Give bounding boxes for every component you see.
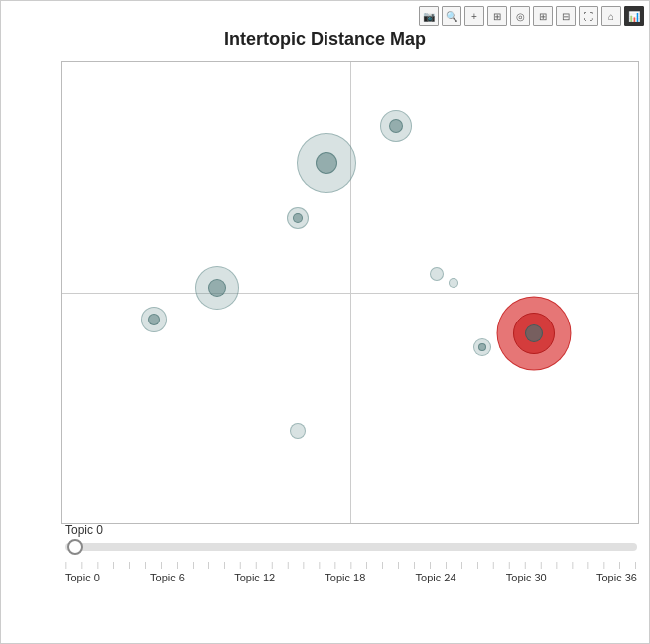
tick-18: | [334, 561, 336, 568]
tick-24: | [430, 561, 432, 568]
bubble-topic-cluster-4-inner [208, 279, 226, 297]
tick-37: | [635, 561, 637, 568]
tick-15: | [287, 561, 289, 568]
add-btn[interactable]: ⊞ [533, 6, 553, 26]
bubble-topic-cluster-1-inner [316, 152, 337, 174]
tick-22: | [398, 561, 400, 568]
axis-label-18: Topic 18 [325, 572, 365, 583]
zoom-btn[interactable]: 🔍 [442, 6, 461, 26]
bubble-topic-cluster-8 [290, 423, 306, 439]
tick-3: | [97, 561, 99, 568]
tick-28: | [492, 561, 494, 568]
tick-31: | [540, 561, 542, 568]
tick-35: | [603, 561, 605, 568]
bubble-topic-cluster-2-inner [389, 119, 403, 133]
chart-title: Intertopic Distance Map [1, 29, 649, 50]
tick-11: | [223, 561, 225, 568]
bubble-topic-cluster-3-inner [293, 213, 303, 223]
bubble-topic-cluster-6b [449, 278, 458, 288]
home-btn[interactable]: ⌂ [601, 6, 621, 26]
tick-8: | [177, 561, 179, 568]
tick-27: | [476, 561, 478, 568]
bubble-topic-cluster-5-inner [148, 314, 160, 325]
axis-label-12: Topic 12 [234, 572, 275, 583]
slider-label: Topic 0 [65, 523, 637, 537]
axis-label-30: Topic 30 [506, 572, 547, 583]
bubble-selected-inner [525, 324, 543, 342]
tick-6: | [145, 561, 147, 568]
axis-label-36: Topic 36 [596, 572, 637, 583]
plus-btn[interactable]: + [464, 6, 484, 26]
tick-2: | [81, 561, 83, 568]
tick-10: | [207, 561, 209, 568]
tick-9: | [193, 561, 195, 568]
tick-17: | [319, 561, 321, 568]
tick-26: | [460, 561, 462, 568]
tick-33: | [572, 561, 574, 568]
axis-label-24: Topic 24 [416, 572, 456, 583]
bar-chart-btn[interactable]: 📊 [624, 6, 644, 26]
remove-btn[interactable]: ⊟ [556, 6, 576, 26]
bubble-topic-cluster-7-inner [478, 343, 486, 351]
axis-label-0: Topic 0 [65, 572, 100, 583]
chart-plot-area [61, 61, 639, 524]
bubble-topic-cluster-6a [430, 267, 444, 281]
v-axis-line [350, 62, 351, 523]
tick-13: | [255, 561, 257, 568]
slider-track[interactable] [65, 543, 637, 551]
box-select-btn[interactable]: ⊞ [487, 6, 507, 26]
lasso-btn[interactable]: ◎ [510, 6, 530, 26]
tick-32: | [556, 561, 558, 568]
slider-thumb[interactable] [67, 539, 83, 555]
tick-29: | [508, 561, 510, 568]
tick-19: | [350, 561, 352, 568]
axis-label-6: Topic 6 [150, 572, 185, 583]
fullscreen-btn[interactable]: ⛶ [579, 6, 598, 26]
chart-container: 📷 🔍 + ⊞ ◎ ⊞ ⊟ ⛶ ⌂ 📊 Intertopic Distance … [0, 0, 650, 644]
tick-4: | [113, 561, 115, 568]
tick-16: | [303, 561, 305, 568]
tick-12: | [239, 561, 241, 568]
camera-btn[interactable]: 📷 [419, 6, 439, 26]
tick-1: | [65, 561, 67, 568]
tick-30: | [524, 561, 526, 568]
tick-36: | [619, 561, 621, 568]
toolbar: 📷 🔍 + ⊞ ◎ ⊞ ⊟ ⛶ ⌂ 📊 [419, 6, 644, 26]
tick-21: | [382, 561, 384, 568]
tick-marks-row: | | | | | | | | | | | | | | | | | | | | … [65, 561, 637, 568]
tick-20: | [366, 561, 368, 568]
axis-labels-row: Topic 0 Topic 6 Topic 12 Topic 18 Topic … [65, 572, 637, 583]
tick-25: | [446, 561, 448, 568]
tick-14: | [271, 561, 273, 568]
tick-34: | [587, 561, 589, 568]
tick-5: | [129, 561, 131, 568]
slider-section: Topic 0 | | | | | | | | | | | | | | | | … [65, 523, 637, 583]
tick-23: | [414, 561, 416, 568]
tick-7: | [161, 561, 163, 568]
